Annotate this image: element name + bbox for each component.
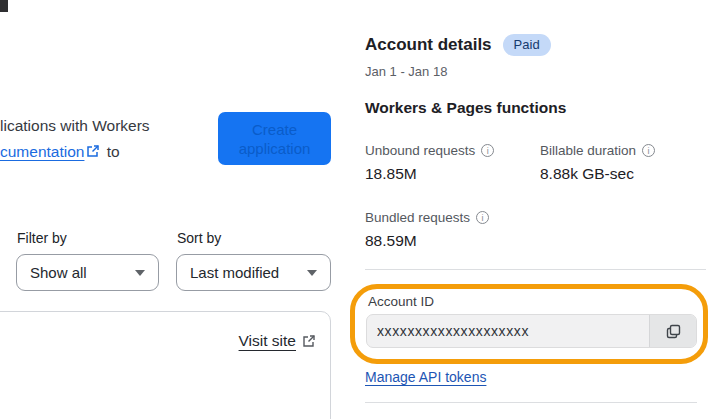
account-details-title: Account details — [365, 35, 492, 55]
stat-label: Unbound requests — [365, 143, 475, 158]
stat-unbound-requests: Unbound requests i 18.85M — [365, 143, 540, 183]
external-link-icon — [86, 140, 100, 166]
stat-label: Bundled requests — [365, 210, 470, 225]
intro-line-2-tail: to — [107, 143, 120, 160]
account-id-label: Account ID — [368, 294, 434, 309]
date-range: Jan 1 - Jan 18 — [365, 64, 447, 79]
stat-value: 88.59M — [365, 232, 540, 250]
info-icon[interactable]: i — [642, 144, 655, 157]
screen-corner-fragment — [0, 0, 8, 12]
create-application-label-line1: Create — [252, 120, 297, 139]
account-details-header: Account details Paid — [365, 34, 551, 56]
stat-bundled-requests: Bundled requests i 88.59M — [365, 210, 540, 250]
intro-line-1: lications with Workers — [0, 113, 150, 139]
divider — [365, 269, 706, 270]
account-id-field — [366, 314, 697, 348]
info-icon[interactable]: i — [476, 211, 489, 224]
copy-account-id-button[interactable] — [649, 315, 696, 347]
copy-icon — [665, 323, 682, 340]
manage-api-tokens-link[interactable]: Manage API tokens — [365, 369, 486, 385]
divider — [365, 402, 697, 403]
create-application-label-line2: application — [239, 139, 311, 158]
intro-line-2: cumentation to — [0, 139, 150, 166]
stat-billable-duration: Billable duration i 8.88k GB-sec — [540, 143, 655, 183]
chevron-down-icon — [135, 270, 145, 276]
sort-dropdown-value: Last modified — [190, 264, 279, 281]
workers-pages-functions-title: Workers & Pages functions — [365, 99, 566, 117]
chevron-down-icon — [307, 270, 317, 276]
stat-value: 18.85M — [365, 165, 540, 183]
info-icon[interactable]: i — [481, 144, 494, 157]
usage-stats: Unbound requests i 18.85M Billable durat… — [365, 143, 655, 250]
documentation-link[interactable]: cumentation — [0, 143, 84, 160]
sort-dropdown[interactable]: Last modified — [176, 254, 331, 291]
project-card: Visit site — [0, 311, 331, 419]
stat-label: Billable duration — [540, 143, 636, 158]
filter-dropdown[interactable]: Show all — [16, 254, 159, 291]
visit-site-label: Visit site — [239, 332, 296, 350]
stat-value: 8.88k GB-sec — [540, 165, 655, 183]
create-application-button[interactable]: Create application — [218, 112, 331, 165]
account-id-input[interactable] — [367, 315, 649, 347]
visit-site-link[interactable]: Visit site — [239, 332, 316, 350]
filter-by-label: Filter by — [17, 230, 67, 246]
paid-badge: Paid — [503, 34, 551, 56]
sort-by-label: Sort by — [177, 230, 221, 246]
filter-dropdown-value: Show all — [30, 264, 87, 281]
external-link-icon — [302, 334, 316, 348]
intro-text: lications with Workers cumentation to — [0, 113, 150, 166]
